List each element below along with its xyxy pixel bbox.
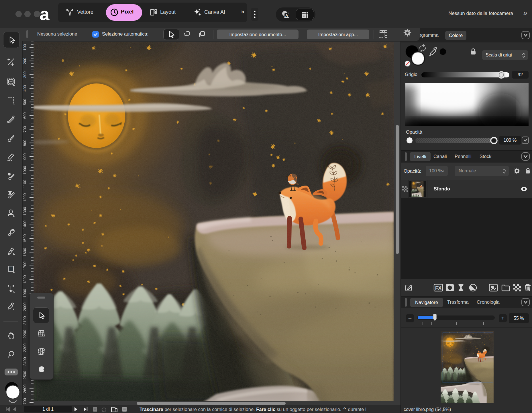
svg-text:2100: 2100 (23, 316, 27, 325)
svg-text:1300: 1300 (23, 207, 27, 215)
svg-text:1200: 1200 (23, 193, 27, 202)
svg-text:FX: FX (435, 285, 441, 291)
svg-text:1800: 1800 (23, 275, 27, 284)
svg-text:1500: 1500 (23, 234, 27, 243)
svg-text:2500: 2500 (23, 371, 27, 379)
svg-text:A: A (285, 13, 288, 17)
svg-text:2000: 2000 (23, 303, 27, 311)
svg-text:400: 400 (23, 85, 27, 92)
svg-text:2300: 2300 (23, 344, 27, 352)
svg-text:500: 500 (23, 99, 27, 105)
svg-text:1700: 1700 (23, 262, 27, 270)
svg-text:800: 800 (23, 140, 27, 146)
svg-text:1600: 1600 (23, 248, 27, 256)
svg-text:2200: 2200 (23, 330, 27, 338)
svg-text:2700: 2700 (23, 398, 27, 405)
svg-text:100: 100 (23, 44, 27, 51)
svg-text:200: 200 (23, 58, 27, 64)
svg-text:700: 700 (23, 126, 27, 133)
svg-text:900: 900 (23, 153, 27, 160)
svg-text:2400: 2400 (23, 357, 27, 366)
svg-text:2600: 2600 (23, 384, 27, 393)
svg-text:1900: 1900 (23, 289, 27, 297)
svg-text:1100: 1100 (23, 180, 27, 188)
svg-text:300: 300 (23, 71, 27, 78)
svg-text:1000: 1000 (23, 166, 27, 175)
svg-text:600: 600 (23, 112, 27, 119)
svg-text:1400: 1400 (23, 221, 27, 229)
